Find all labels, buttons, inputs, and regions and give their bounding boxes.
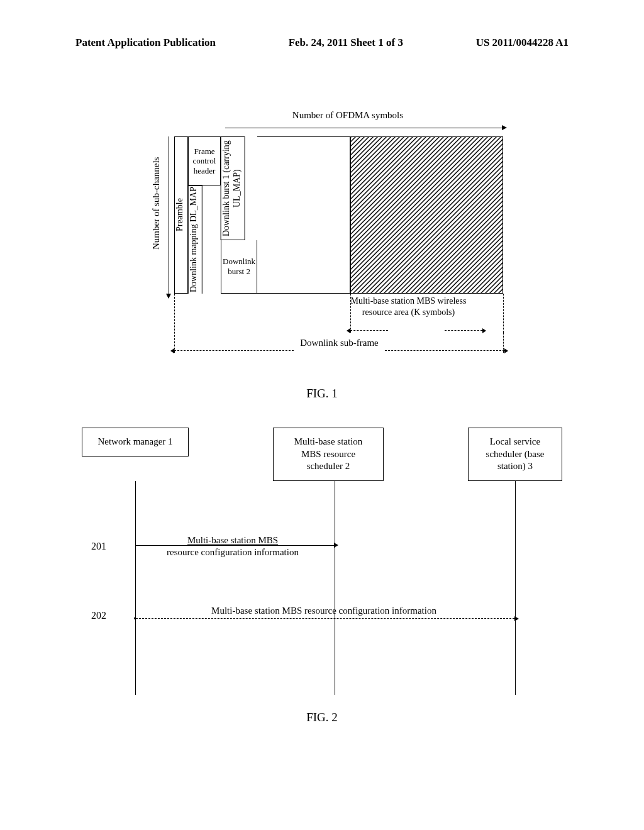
mbs-scheduler-box: Multi-base station MBS resource schedule… [273,428,384,481]
figure-1: Number of OFDMA symbols Number of sub-ch… [152,110,506,126]
subframe-label: Downlink sub-frame [174,338,504,348]
local-scheduler-box: Local service scheduler (base station) 3 [468,428,562,481]
msg1-line2: resource configuration information [167,547,299,557]
column-3: Downlink burst 1 (carrying UL_MAP) Downl… [221,136,257,294]
message-1-text: Multi-base station MBS resource configur… [164,534,302,559]
downlink-mapping: Downlink mapping DL_MAP [188,185,203,294]
frame-structure: Preamble Frame control header Downlink m… [174,136,504,294]
lifeline-2 [335,481,335,695]
downlink-burst-1: Downlink burst 1 (carrying UL_MAP) [221,136,245,240]
header-left: Patent Application Publication [75,36,216,49]
downlink-burst-2: Downlink burst 2 [221,240,257,294]
header-right: US 2011/0044228 A1 [476,36,569,49]
step-201-label: 201 [91,541,106,552]
step-202-label: 202 [91,610,106,621]
msg1-line1: Multi-base station MBS [187,535,278,545]
lifeline-1 [135,481,136,695]
mbs-right-dashed [503,294,504,333]
x-axis-label: Number of OFDMA symbols [152,110,506,121]
y-axis-label: Number of sub-channels [151,140,162,266]
figure-2-caption: FIG. 2 [0,711,644,724]
mbs-label: Multi-base station MBS wireless resource… [347,296,470,318]
empty-area [257,136,350,294]
y-axis-arrow [169,136,169,294]
figure-2: Network manager 1 Multi-base station MBS… [82,428,562,481]
message-1-arrow [136,545,334,546]
mbs-resource-area [350,136,503,294]
k-symbols-arrow [350,330,482,331]
message-2-arrow [136,618,514,619]
figure-1-caption: FIG. 1 [0,387,644,401]
header-center: Feb. 24, 2011 Sheet 1 of 3 [289,36,403,49]
column-2: Frame control header Downlink mapping DL… [188,136,221,294]
network-manager-box: Network manager 1 [82,428,189,456]
x-axis-arrow [225,128,502,128]
frame-control-header: Frame control header [188,136,221,185]
sequence-actors: Network manager 1 Multi-base station MBS… [82,428,562,481]
svg-rect-0 [351,137,502,293]
message-2-text: Multi-base station MBS resource configur… [170,606,478,616]
lifeline-3 [515,481,516,695]
subframe-arrow [174,350,504,351]
preamble-block: Preamble [174,136,188,294]
page-header: Patent Application Publication Feb. 24, … [0,0,644,49]
